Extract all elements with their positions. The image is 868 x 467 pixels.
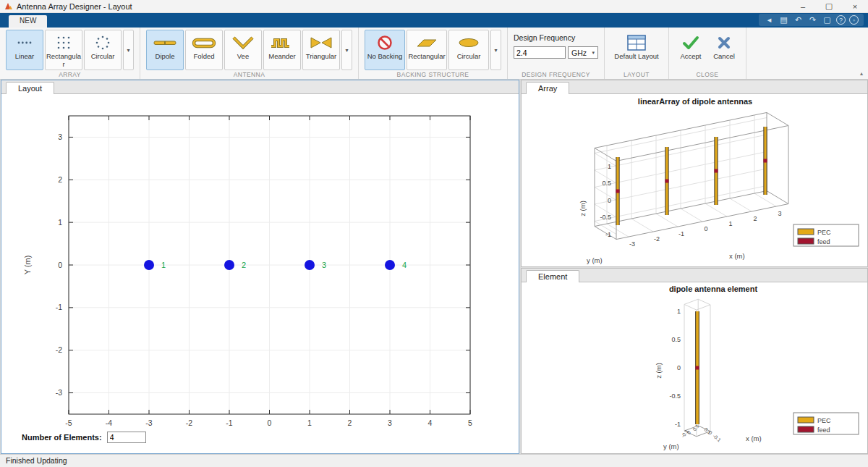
collapse-ribbon-icon[interactable]: ▴: [860, 70, 863, 77]
antenna-array-designer-window: Antenna Array Designer - Layout – ▢ × NE…: [0, 0, 868, 467]
svg-text:3: 3: [58, 132, 62, 141]
help-icon[interactable]: ?: [836, 15, 846, 25]
svg-text:feed: feed: [817, 238, 830, 245]
backing-section-label: BACKING STRUCTURE: [359, 71, 507, 78]
number-of-elements-input[interactable]: [107, 432, 146, 443]
array-rectangular-label: Rectangular: [46, 53, 82, 68]
maximize-button[interactable]: ▢: [816, 0, 842, 13]
layout-plot-area: -5-4-3-2-1012345-3-2-101231234Y (m) Numb…: [1, 94, 519, 453]
cancel-button[interactable]: Cancel: [708, 30, 740, 70]
svg-text:1: 1: [728, 220, 732, 227]
svg-text:x (m): x (m): [746, 434, 762, 442]
array-circular-label: Circular: [85, 53, 121, 61]
array-circular-button[interactable]: Circular: [84, 30, 122, 70]
cancel-x-icon: [717, 33, 731, 52]
svg-text:4: 4: [428, 418, 433, 427]
backing-circular-label: Circular: [449, 53, 489, 61]
svg-text:PEC: PEC: [817, 229, 831, 236]
svg-text:-2: -2: [186, 418, 192, 427]
app-icon: [4, 2, 13, 10]
svg-text:1: 1: [161, 261, 166, 269]
title-bar: Antenna Array Designer - Layout – ▢ ×: [0, 0, 868, 13]
svg-text:0.1: 0.1: [692, 424, 700, 432]
triangular-bowtie-icon: [308, 33, 334, 52]
svg-text:feed: feed: [817, 426, 830, 434]
antenna-meander-label: Meander: [264, 53, 300, 61]
quick-access-toolbar: ◂ ▤ ↶ ↷ ▢ ? ◦: [759, 14, 864, 26]
resources-icon[interactable]: ◦: [849, 15, 859, 25]
accept-button[interactable]: Accept: [675, 30, 707, 70]
redo-icon[interactable]: ↷: [807, 14, 818, 25]
ribbon-section-design-frequency: Design Frequency GHz ▾ DESIGN FREQUENCY: [508, 28, 605, 79]
antenna-triangular-label: Triangular: [303, 53, 339, 61]
backing-circular-button[interactable]: Circular: [448, 30, 489, 70]
status-text: Finished Updating: [6, 456, 67, 465]
linear-array-icon: [16, 33, 33, 52]
array-3d-plot[interactable]: -1-0.500.51-3-2-10123x (m)y (m)z (m)line…: [522, 94, 867, 267]
undo-icon[interactable]: ↶: [793, 14, 804, 25]
svg-text:-5: -5: [65, 418, 72, 427]
backing-none-label: No Backing: [365, 53, 405, 61]
svg-text:dipole antenna element: dipole antenna element: [669, 285, 758, 293]
tab-element[interactable]: Element: [526, 270, 579, 282]
chevron-down-icon: ▾: [592, 50, 595, 56]
backing-none-button[interactable]: No Backing: [365, 30, 405, 70]
antenna-meander-button[interactable]: Meander: [263, 30, 301, 70]
svg-text:-1: -1: [226, 418, 232, 427]
array-rectangular-button[interactable]: Rectangular: [45, 30, 82, 70]
svg-text:-2: -2: [654, 235, 660, 243]
ribbon-section-close: Accept Cancel CLOSE: [669, 28, 746, 79]
antenna-gallery-dropdown[interactable]: ▾: [341, 30, 352, 70]
dock-icon[interactable]: ◂: [764, 14, 775, 25]
minimize-button[interactable]: –: [790, 0, 816, 13]
svg-text:-2: -2: [56, 345, 62, 354]
tab-new[interactable]: NEW: [9, 15, 47, 28]
close-button[interactable]: ×: [842, 0, 868, 13]
accept-label: Accept: [673, 53, 709, 61]
toolstrip-tab-bar: NEW ◂ ▤ ↶ ↷ ▢ ? ◦: [0, 13, 868, 28]
svg-text:1: 1: [608, 163, 611, 170]
frequency-unit-select[interactable]: GHz ▾: [568, 46, 598, 59]
element-view-panel: Element -1-0.500.510.10.100-0.1-0.1x (m)…: [521, 268, 868, 454]
svg-text:Y (m): Y (m): [23, 256, 32, 275]
layout-tab-bar: Layout: [1, 80, 519, 94]
save-icon[interactable]: ▤: [778, 14, 789, 25]
antenna-triangular-button[interactable]: Triangular: [302, 30, 340, 70]
svg-text:3: 3: [322, 261, 326, 269]
layout-panel: Layout -5-4-3-2-1012345-3-2-101231234Y (…: [1, 80, 519, 454]
svg-text:0.5: 0.5: [671, 336, 681, 343]
svg-text:0: 0: [608, 197, 611, 204]
svg-text:4: 4: [402, 261, 407, 269]
ribbon-section-backing: No Backing Rectangular Circular ▾ BACKIN…: [359, 28, 508, 79]
rectangular-backing-icon: [414, 33, 440, 52]
svg-text:x (m): x (m): [729, 252, 745, 260]
cancel-label: Cancel: [706, 53, 742, 61]
svg-text:2: 2: [242, 261, 246, 269]
array-linear-button[interactable]: Linear: [6, 30, 43, 70]
svg-text:-0.5: -0.5: [669, 392, 681, 400]
tab-array[interactable]: Array: [526, 82, 569, 94]
antenna-vee-button[interactable]: Vee: [224, 30, 262, 70]
close-section-label: CLOSE: [669, 71, 746, 78]
tab-layout[interactable]: Layout: [6, 82, 54, 94]
svg-text:-1: -1: [56, 303, 62, 311]
backing-rectangular-button[interactable]: Rectangular: [407, 30, 447, 70]
svg-text:3: 3: [778, 210, 781, 217]
window-icon[interactable]: ▢: [822, 14, 833, 25]
svg-text:-3: -3: [145, 418, 152, 427]
accept-check-icon: [682, 33, 699, 52]
antenna-dipole-button[interactable]: Dipole: [146, 30, 184, 70]
backing-gallery-dropdown[interactable]: ▾: [490, 30, 501, 70]
window-title: Antenna Array Designer - Layout: [17, 2, 132, 11]
array-gallery-dropdown[interactable]: ▾: [123, 30, 134, 70]
svg-text:0: 0: [58, 261, 62, 269]
antenna-folded-button[interactable]: Folded: [185, 30, 223, 70]
ribbon: Linear Rectangular Circular ▾ ARRAY: [0, 28, 868, 80]
element-3d-plot[interactable]: -1-0.500.510.10.100-0.1-0.1x (m)y (m)z (…: [522, 282, 867, 453]
array-section-label: ARRAY: [0, 71, 140, 78]
antenna-vee-label: Vee: [225, 53, 261, 61]
svg-text:0.5: 0.5: [602, 180, 611, 187]
array-layout-plot[interactable]: -5-4-3-2-1012345-3-2-101231234Y (m): [1, 94, 519, 427]
design-frequency-input[interactable]: [514, 46, 566, 59]
default-layout-button[interactable]: Default Layout: [610, 30, 663, 70]
